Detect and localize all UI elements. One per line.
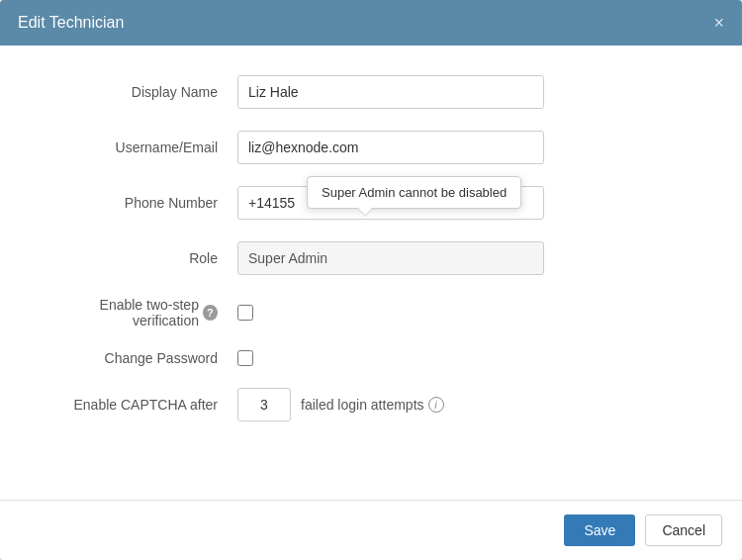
phone-label: Phone Number — [40, 195, 237, 211]
captcha-suffix: failed login attempts — [301, 397, 424, 413]
display-name-group: Display Name — [40, 75, 702, 109]
two-step-checkbox[interactable] — [237, 305, 253, 321]
captcha-info-icon[interactable]: i — [428, 397, 444, 413]
username-group: Username/Email — [40, 131, 702, 164]
role-group: Role — [40, 241, 702, 275]
two-step-label: Enable two-step verification — [40, 297, 199, 328]
captcha-input[interactable] — [237, 388, 291, 421]
two-step-group: Enable two-step verification ? — [40, 297, 702, 328]
change-password-label: Change Password — [105, 350, 218, 366]
username-input[interactable] — [237, 131, 544, 164]
change-password-group: Change Password — [40, 350, 702, 366]
cancel-button[interactable]: Cancel — [645, 514, 722, 546]
display-name-label: Display Name — [40, 84, 237, 100]
edit-technician-modal: Edit Technician × Display Name Username/… — [0, 0, 742, 560]
display-name-input[interactable] — [237, 75, 544, 109]
modal-title: Edit Technician — [18, 14, 124, 32]
captcha-group: Enable CAPTCHA after failed login attemp… — [40, 388, 702, 421]
tooltip: Super Admin cannot be disabled — [307, 176, 521, 209]
two-step-help-icon[interactable]: ? — [203, 305, 218, 321]
phone-group: Phone Number Super Admin cannot be disab… — [40, 186, 702, 220]
captcha-label: Enable CAPTCHA after — [40, 397, 237, 413]
modal-body: Display Name Username/Email Phone Number… — [0, 46, 742, 500]
role-input — [237, 241, 544, 275]
username-label: Username/Email — [40, 140, 237, 155]
close-button[interactable]: × — [713, 14, 724, 32]
tooltip-text: Super Admin cannot be disabled — [322, 185, 507, 200]
modal-header: Edit Technician × — [0, 0, 742, 46]
captcha-suffix-wrapper: failed login attempts i — [301, 397, 444, 413]
two-step-label-wrapper: Enable two-step verification ? — [40, 297, 237, 328]
change-password-label-wrapper: Change Password — [40, 350, 237, 366]
role-label: Role — [40, 250, 237, 266]
modal-footer: Save Cancel — [0, 500, 742, 560]
save-button[interactable]: Save — [564, 514, 635, 546]
change-password-checkbox[interactable] — [237, 350, 253, 366]
phone-wrapper: Super Admin cannot be disabled — [237, 186, 544, 220]
